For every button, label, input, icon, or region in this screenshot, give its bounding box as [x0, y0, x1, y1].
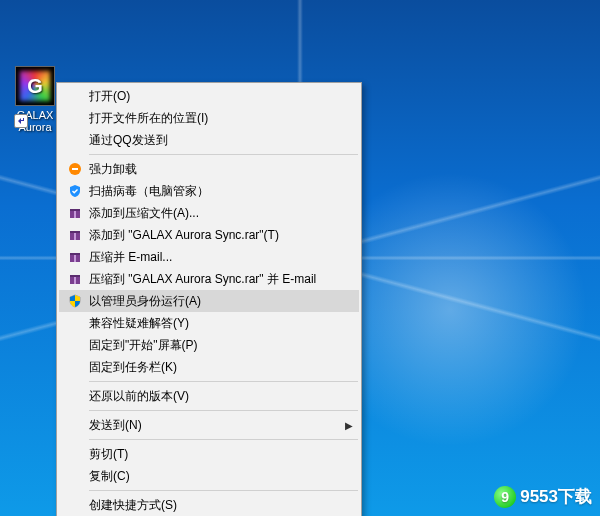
uac-shield-icon	[65, 293, 85, 309]
menu-item-label: 打开文件所在的位置(I)	[89, 110, 341, 127]
svg-rect-2	[74, 211, 76, 218]
menu-item[interactable]: 兼容性疑难解答(Y)	[59, 312, 359, 334]
menu-item[interactable]: 还原以前的版本(V)	[59, 385, 359, 407]
svg-rect-1	[72, 168, 78, 170]
menu-item-icon-empty	[65, 417, 85, 433]
menu-item-label: 添加到压缩文件(A)...	[89, 205, 341, 222]
menu-item[interactable]: 打开(O)	[59, 85, 359, 107]
menu-item-icon-empty	[65, 315, 85, 331]
svg-rect-5	[74, 277, 76, 284]
menu-item[interactable]: 以管理员身份运行(A)	[59, 290, 359, 312]
menu-item-label: 打开(O)	[89, 88, 341, 105]
menu-item[interactable]: 强力卸载	[59, 158, 359, 180]
menu-item-icon-empty	[65, 88, 85, 104]
desktop-shortcut[interactable]: G GALAX Aurora	[8, 66, 62, 133]
svg-rect-3	[74, 233, 76, 240]
menu-item[interactable]: 扫描病毒（电脑管家）	[59, 180, 359, 202]
menu-item-icon-empty	[65, 337, 85, 353]
menu-separator	[89, 381, 358, 382]
menu-item[interactable]: 创建快捷方式(S)	[59, 494, 359, 516]
menu-item-label: 压缩并 E-mail...	[89, 249, 341, 266]
watermark-logo-icon: 9	[494, 486, 516, 508]
menu-item[interactable]: 发送到(N)▶	[59, 414, 359, 436]
menu-item[interactable]: 固定到任务栏(K)	[59, 356, 359, 378]
menu-item[interactable]: 通过QQ发送到	[59, 129, 359, 151]
chevron-right-icon: ▶	[345, 420, 353, 431]
menu-separator	[89, 439, 358, 440]
svg-rect-4	[74, 255, 76, 262]
archive-icon	[65, 249, 85, 265]
menu-item-icon-empty	[65, 359, 85, 375]
menu-item[interactable]: 添加到 "GALAX Aurora Sync.rar"(T)	[59, 224, 359, 246]
menu-item-label: 添加到 "GALAX Aurora Sync.rar"(T)	[89, 227, 341, 244]
shortcut-icon: G	[15, 66, 55, 106]
menu-item-label: 固定到任务栏(K)	[89, 359, 341, 376]
menu-item-label: 复制(C)	[89, 468, 341, 485]
menu-item-label: 强力卸载	[89, 161, 341, 178]
archive-icon	[65, 227, 85, 243]
shortcut-overlay-icon	[14, 114, 28, 128]
menu-separator	[89, 410, 358, 411]
archive-icon	[65, 205, 85, 221]
archive-icon	[65, 271, 85, 287]
menu-item-label: 创建快捷方式(S)	[89, 497, 341, 514]
menu-separator	[89, 154, 358, 155]
menu-item-label: 以管理员身份运行(A)	[89, 293, 341, 310]
menu-item-label: 压缩到 "GALAX Aurora Sync.rar" 并 E-mail	[89, 271, 341, 288]
menu-item-label: 剪切(T)	[89, 446, 341, 463]
menu-item-label: 扫描病毒（电脑管家）	[89, 183, 341, 200]
menu-separator	[89, 490, 358, 491]
watermark-text: 9553下载	[520, 485, 592, 508]
menu-item-label: 通过QQ发送到	[89, 132, 341, 149]
shield-icon	[65, 183, 85, 199]
menu-item[interactable]: 剪切(T)	[59, 443, 359, 465]
menu-item-icon-empty	[65, 110, 85, 126]
menu-item-icon-empty	[65, 132, 85, 148]
menu-item-label: 发送到(N)	[89, 417, 341, 434]
menu-item-icon-empty	[65, 446, 85, 462]
menu-item[interactable]: 复制(C)	[59, 465, 359, 487]
menu-item-icon-empty	[65, 388, 85, 404]
menu-item-icon-empty	[65, 468, 85, 484]
menu-item[interactable]: 压缩到 "GALAX Aurora Sync.rar" 并 E-mail	[59, 268, 359, 290]
shortcut-icon-letter: G	[27, 80, 43, 92]
menu-item-label: 固定到"开始"屏幕(P)	[89, 337, 341, 354]
menu-item[interactable]: 打开文件所在的位置(I)	[59, 107, 359, 129]
watermark: 9 9553下载	[494, 485, 592, 508]
uninstall-icon	[65, 161, 85, 177]
menu-item-icon-empty	[65, 497, 85, 513]
menu-item[interactable]: 压缩并 E-mail...	[59, 246, 359, 268]
context-menu: 打开(O)打开文件所在的位置(I)通过QQ发送到强力卸载扫描病毒（电脑管家）添加…	[56, 82, 362, 516]
menu-item[interactable]: 添加到压缩文件(A)...	[59, 202, 359, 224]
menu-item-label: 兼容性疑难解答(Y)	[89, 315, 341, 332]
menu-item-label: 还原以前的版本(V)	[89, 388, 341, 405]
menu-item[interactable]: 固定到"开始"屏幕(P)	[59, 334, 359, 356]
